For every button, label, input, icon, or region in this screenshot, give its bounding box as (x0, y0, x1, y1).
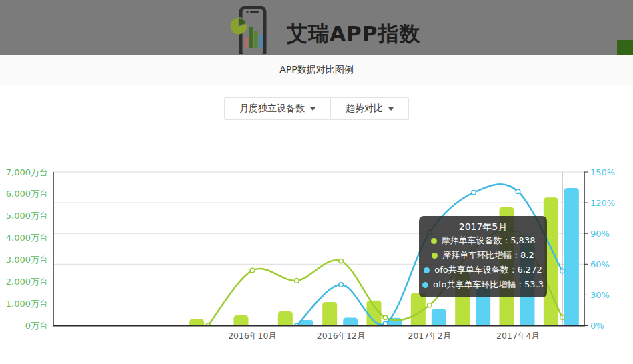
subheader-title: APP数据对比图例 (279, 64, 353, 75)
line-marker (428, 303, 432, 307)
left-axis-label: 3,000万台 (6, 255, 48, 265)
metric-dropdown-label: 月度独立设备数 (239, 103, 305, 115)
left-axis-label: 2,000万台 (6, 277, 48, 287)
logo-bar-red (245, 37, 249, 48)
line-marker (516, 189, 520, 194)
right-axis-label: 60% (590, 259, 610, 269)
metric-dropdown[interactable]: 月度独立设备数 (224, 97, 331, 120)
logo-bar-blue (259, 35, 263, 48)
right-axis-label: 0% (590, 321, 604, 331)
header-banner: 艾瑞APP指数 (0, 0, 633, 55)
right-axis-label: 150% (590, 167, 615, 177)
x-axis-label: 2017年4月 (496, 331, 540, 341)
bar-ofo共享单车设备数[interactable] (432, 309, 446, 325)
bar-ofo共享单车设备数[interactable] (564, 188, 579, 326)
bar-摩拜单车设备数[interactable] (234, 315, 249, 325)
bar-摩拜单车设备数[interactable] (322, 302, 337, 326)
chevron-down-icon (388, 107, 394, 111)
logo-bar-darkgreen (249, 27, 253, 48)
line-marker (472, 247, 476, 251)
logo-bar-green (254, 31, 258, 48)
filter-bar: 月度独立设备数 趋势对比 (0, 97, 633, 120)
bar-ofo共享单车设备数[interactable] (520, 236, 535, 326)
left-axis-label: 1,000万台 (6, 299, 48, 309)
right-axis-label: 90% (590, 229, 610, 239)
line-marker (428, 230, 432, 235)
line-marker (472, 190, 476, 195)
left-axis-label: 0万台 (25, 321, 48, 331)
chevron-down-icon (310, 107, 315, 111)
line-marker (339, 259, 344, 263)
right-axis-label: 120% (590, 198, 615, 208)
bar-摩拜单车设备数[interactable] (189, 319, 204, 326)
app-index-logo-icon (231, 6, 267, 54)
bar-摩拜单车设备数[interactable] (278, 311, 293, 325)
corner-accent (617, 40, 633, 55)
line-marker (295, 279, 299, 283)
left-axis-label: 4,000万台 (6, 233, 48, 243)
bar-ofo共享单车设备数[interactable] (476, 287, 490, 326)
bar-ofo共享单车设备数[interactable] (343, 317, 358, 325)
right-axis-label: 30% (590, 290, 610, 300)
left-axis-label: 5,000万台 (6, 211, 48, 221)
line-marker (339, 283, 344, 287)
x-axis-label: 2016年12月 (317, 331, 366, 341)
page-title: 艾瑞APP指数 (287, 20, 420, 48)
compare-dropdown-label: 趋势对比 (346, 103, 383, 115)
line-marker (516, 231, 520, 236)
bar-摩拜单车设备数[interactable] (455, 269, 470, 326)
bar-摩拜单车设备数[interactable] (544, 197, 558, 325)
subheader: APP数据对比图例 (0, 55, 633, 85)
left-axis-label: 7,000万台 (6, 167, 48, 177)
left-axis-label: 6,000万台 (6, 189, 48, 199)
x-axis-label: 2016年10月 (228, 331, 277, 341)
line-marker (383, 315, 388, 320)
x-axis-label: 2017年2月 (408, 331, 451, 341)
line-marker (250, 268, 255, 273)
combo-chart[interactable]: 0万台1,000万台2,000万台3,000万台4,000万台5,000万台6,… (0, 160, 633, 364)
compare-dropdown[interactable]: 趋势对比 (331, 97, 409, 120)
bar-摩拜单车设备数[interactable] (500, 207, 514, 326)
